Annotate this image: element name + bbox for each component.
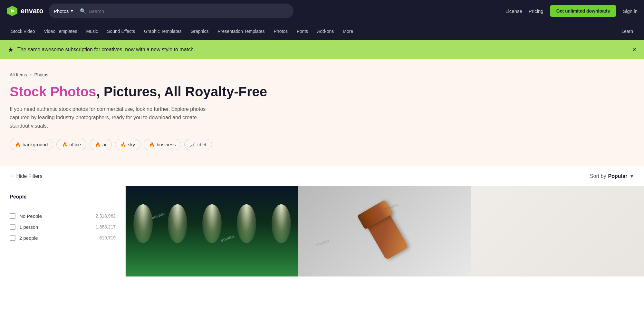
filter-section-title: People bbox=[10, 194, 116, 200]
breadcrumb-current: Photos bbox=[34, 72, 48, 77]
nav-more[interactable]: More bbox=[338, 22, 358, 40]
promo-banner: ★ The same awesome subscription for crea… bbox=[0, 40, 644, 59]
title-rest: , Pictures, All Royalty-Free bbox=[96, 84, 267, 99]
tags-row: 🔥 background 🔥 office 🔥 ai 🔥 sky 🔥 busin… bbox=[10, 139, 634, 150]
fire-icon: 🔥 bbox=[62, 142, 67, 147]
one-person-count: 1,888,217 bbox=[96, 224, 116, 229]
top-nav-right: License Pricing Get unlimited downloads … bbox=[505, 5, 638, 17]
sign-in-link[interactable]: Sign in bbox=[623, 8, 638, 14]
photo-card-gavel[interactable]: envato envato bbox=[298, 186, 471, 276]
filter-item-one-person[interactable]: 1 person 1,888,217 bbox=[10, 221, 116, 232]
tag-tibet-label: tibet bbox=[197, 142, 206, 147]
top-navigation: envato Photos ▼ 🔍 License Pricing Get un… bbox=[0, 0, 644, 22]
hide-filters-label: Hide Filters bbox=[16, 173, 43, 179]
hide-filters-button[interactable]: ≡ Hide Filters bbox=[10, 173, 42, 179]
fire-icon: 🔥 bbox=[15, 142, 21, 147]
filter-icon: ≡ bbox=[10, 173, 13, 179]
nav-photos[interactable]: Photos bbox=[269, 22, 293, 40]
sidebar: People No People 2,318,962 1 person 1,88… bbox=[0, 186, 126, 276]
nav-video-templates[interactable]: Video Templates bbox=[39, 22, 82, 40]
fire-icon: 🔥 bbox=[120, 142, 126, 147]
tag-sky[interactable]: 🔥 sky bbox=[115, 139, 141, 150]
hero-description: If you need authentic stock photos for c… bbox=[10, 105, 216, 130]
nav-stock-video[interactable]: Stock Video bbox=[6, 22, 39, 40]
no-people-checkbox[interactable] bbox=[10, 213, 15, 219]
tag-office[interactable]: 🔥 office bbox=[56, 139, 86, 150]
photo-card-stadium[interactable]: envato envato bbox=[126, 186, 298, 276]
nav-presentation-templates[interactable]: Presentation Templates bbox=[213, 22, 269, 40]
filter-item-two-people[interactable]: 2 people 619,719 bbox=[10, 232, 116, 243]
two-people-label: 2 people bbox=[19, 235, 95, 241]
search-category-label: Photos bbox=[54, 8, 69, 14]
sort-by-value: Popular bbox=[608, 173, 628, 179]
title-highlight: Stock Photos bbox=[10, 84, 96, 99]
hero-section: All Items » Photos Stock Photos, Picture… bbox=[0, 59, 644, 166]
no-people-label: No People bbox=[19, 213, 92, 219]
star-icon: ★ bbox=[8, 46, 14, 53]
nav-graphics[interactable]: Graphics bbox=[186, 22, 213, 40]
close-banner-button[interactable]: × bbox=[632, 46, 636, 53]
breadcrumb-all-items[interactable]: All Items bbox=[10, 72, 27, 77]
trending-icon: 📈 bbox=[190, 142, 195, 147]
chevron-down-icon: ▼ bbox=[629, 173, 634, 179]
fire-icon: 🔥 bbox=[149, 142, 155, 147]
nav-music[interactable]: Music bbox=[82, 22, 102, 40]
nav-graphic-templates[interactable]: Graphic Templates bbox=[139, 22, 186, 40]
tag-tibet[interactable]: 📈 tibet bbox=[184, 139, 212, 150]
tag-ai[interactable]: 🔥 ai bbox=[90, 139, 112, 150]
tag-business-label: business bbox=[157, 142, 176, 147]
search-icon: 🔍 bbox=[80, 8, 86, 14]
photo-card-abstract[interactable] bbox=[471, 186, 644, 276]
filter-divider bbox=[10, 205, 116, 205]
secondary-nav-items: Stock Video Video Templates Music Sound … bbox=[6, 22, 601, 40]
two-people-checkbox[interactable] bbox=[10, 235, 15, 241]
nav-add-ons[interactable]: Add-ons bbox=[312, 22, 338, 40]
tag-business[interactable]: 🔥 business bbox=[144, 139, 181, 150]
tag-ai-label: ai bbox=[102, 142, 106, 147]
tag-sky-label: sky bbox=[128, 142, 135, 147]
logo-text: envato bbox=[21, 7, 43, 15]
page-title: Stock Photos, Pictures, All Royalty-Free bbox=[10, 84, 634, 100]
pricing-link[interactable]: Pricing bbox=[529, 8, 543, 14]
sort-by-label: Sort by bbox=[590, 173, 606, 179]
fire-icon: 🔥 bbox=[95, 142, 101, 147]
one-person-checkbox[interactable] bbox=[10, 224, 15, 230]
photo-grid: envato envato envato envato bbox=[126, 186, 644, 276]
tag-background-label: background bbox=[23, 142, 48, 147]
nav-learn[interactable]: Learn bbox=[617, 22, 638, 40]
logo[interactable]: envato bbox=[6, 5, 43, 17]
license-link[interactable]: License bbox=[505, 8, 522, 14]
banner-text: The same awesome subscription for creati… bbox=[17, 47, 195, 53]
breadcrumb-separator: » bbox=[30, 73, 32, 77]
svg-rect-1 bbox=[13, 10, 14, 12]
one-person-label: 1 person bbox=[19, 224, 92, 230]
nav-sound-effects[interactable]: Sound Effects bbox=[102, 22, 139, 40]
content-wrapper: People No People 2,318,962 1 person 1,88… bbox=[0, 186, 644, 276]
sec-nav-divider bbox=[609, 25, 609, 37]
chevron-down-icon: ▼ bbox=[70, 9, 74, 13]
search-category-dropdown[interactable]: Photos ▼ bbox=[54, 8, 77, 14]
no-people-count: 2,318,962 bbox=[96, 213, 116, 218]
secondary-navigation: Stock Video Video Templates Music Sound … bbox=[0, 22, 644, 40]
search-input[interactable] bbox=[89, 8, 288, 14]
filters-bar: ≡ Hide Filters Sort by Popular ▼ bbox=[0, 166, 644, 186]
filter-item-no-people[interactable]: No People 2,318,962 bbox=[10, 210, 116, 221]
breadcrumb: All Items » Photos bbox=[10, 72, 634, 77]
get-unlimited-button[interactable]: Get unlimited downloads bbox=[550, 5, 616, 17]
search-bar: Photos ▼ 🔍 bbox=[49, 4, 293, 18]
two-people-count: 619,719 bbox=[99, 235, 116, 240]
sort-by-area[interactable]: Sort by Popular ▼ bbox=[590, 173, 634, 179]
tag-background[interactable]: 🔥 background bbox=[10, 139, 53, 150]
nav-fonts[interactable]: Fonts bbox=[292, 22, 312, 40]
tag-office-label: office bbox=[69, 142, 81, 147]
